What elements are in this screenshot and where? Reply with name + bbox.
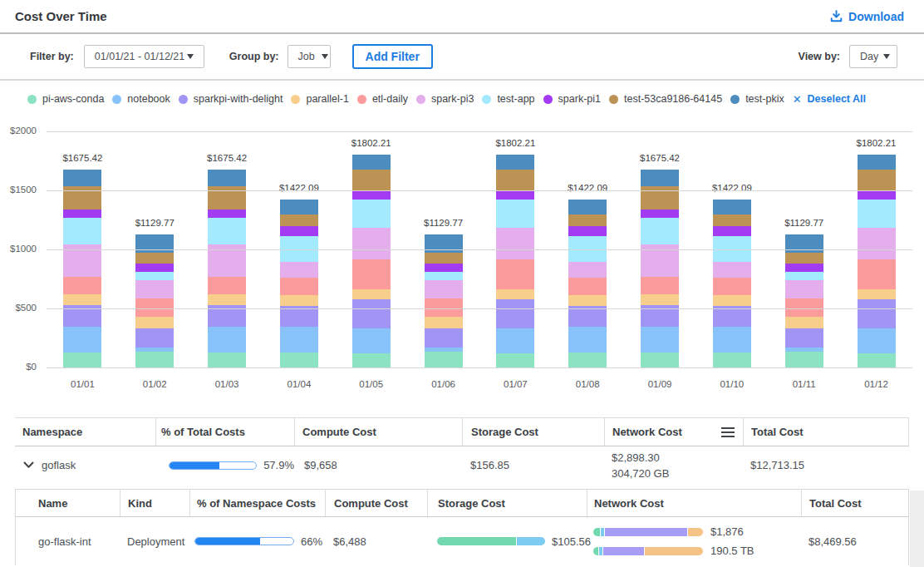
stacked-bar-01/08[interactable] bbox=[568, 200, 607, 367]
stacked-bar-01/06[interactable] bbox=[425, 234, 463, 367]
bar-segment-spark-pi1[interactable] bbox=[280, 226, 318, 236]
bar-segment-spark-pi1[interactable] bbox=[208, 210, 246, 218]
add-filter-button[interactable]: Add Filter bbox=[352, 44, 433, 69]
bar-segment-etl-daily[interactable] bbox=[63, 277, 101, 294]
bar-segment-sparkpi-with-delight[interactable] bbox=[568, 306, 607, 327]
date-range-select[interactable]: 01/01/21 - 01/12/21 bbox=[84, 45, 204, 68]
bar-segment-test-53ca9186-64145[interactable] bbox=[352, 170, 391, 191]
stacked-bar-01/11[interactable] bbox=[785, 234, 823, 367]
bar-segment-etl-daily[interactable] bbox=[208, 277, 246, 294]
stacked-bar-01/03[interactable] bbox=[208, 170, 246, 367]
legend-item-spark-pi3[interactable]: spark-pi3 bbox=[416, 93, 474, 105]
bar-segment-test-pkix[interactable] bbox=[858, 155, 896, 170]
bar-segment-spark-pi1[interactable] bbox=[858, 191, 896, 200]
bar-segment-sparkpi-with-delight[interactable] bbox=[858, 299, 896, 328]
bar-segment-test-pkix[interactable] bbox=[280, 200, 318, 214]
bar-segment-notebook[interactable] bbox=[352, 328, 391, 353]
bar-segment-test-53ca9186-64145[interactable] bbox=[568, 214, 607, 226]
bar-segment-parallel-1[interactable] bbox=[280, 295, 318, 307]
bar-segment-parallel-1[interactable] bbox=[208, 294, 246, 306]
stacked-bar-01/12[interactable] bbox=[858, 155, 896, 367]
legend-item-sparkpi-with-delight[interactable]: sparkpi-with-delight bbox=[179, 93, 283, 105]
bar-segment-test-app[interactable] bbox=[135, 272, 174, 280]
bar-segment-sparkpi-with-delight[interactable] bbox=[135, 328, 174, 347]
stacked-bar-01/02[interactable] bbox=[135, 234, 174, 367]
bar-segment-spark-pi1[interactable] bbox=[352, 191, 391, 200]
bar-segment-pi-aws-conda[interactable] bbox=[496, 353, 534, 367]
view-by-select[interactable]: Day bbox=[849, 45, 897, 68]
bar-segment-pi-aws-conda[interactable] bbox=[713, 353, 751, 367]
stacked-bar-01/09[interactable] bbox=[641, 170, 679, 367]
bar-segment-pi-aws-conda[interactable] bbox=[858, 353, 896, 367]
bar-segment-pi-aws-conda[interactable] bbox=[641, 353, 679, 367]
bar-segment-notebook[interactable] bbox=[496, 328, 534, 353]
legend-item-test-pkix[interactable]: test-pkix bbox=[730, 93, 784, 105]
bar-segment-test-pkix[interactable] bbox=[63, 170, 101, 186]
bar-segment-spark-pi3[interactable] bbox=[280, 262, 318, 278]
stacked-bar-01/01[interactable] bbox=[63, 170, 101, 367]
legend-item-notebook[interactable]: notebook bbox=[112, 93, 170, 105]
legend-item-test-app[interactable]: test-app bbox=[482, 93, 534, 105]
bar-segment-pi-aws-conda[interactable] bbox=[280, 353, 318, 367]
bar-segment-notebook[interactable] bbox=[208, 327, 246, 353]
bar-segment-test-pkix[interactable] bbox=[496, 155, 534, 170]
bar-segment-test-app[interactable] bbox=[641, 218, 679, 244]
legend-item-spark-pi1[interactable]: spark-pi1 bbox=[543, 93, 601, 105]
bar-segment-test-app[interactable] bbox=[785, 272, 823, 280]
legend-item-pi-aws-conda[interactable]: pi-aws-conda bbox=[27, 93, 104, 105]
bar-segment-pi-aws-conda[interactable] bbox=[352, 353, 391, 367]
bar-segment-spark-pi3[interactable] bbox=[785, 280, 823, 299]
bar-segment-notebook[interactable] bbox=[568, 327, 607, 353]
bar-segment-parallel-1[interactable] bbox=[63, 294, 101, 306]
bar-segment-notebook[interactable] bbox=[858, 328, 896, 353]
legend-item-parallel-1[interactable]: parallel-1 bbox=[291, 93, 348, 105]
bar-segment-spark-pi1[interactable] bbox=[135, 264, 174, 273]
bar-segment-test-53ca9186-64145[interactable] bbox=[858, 170, 896, 191]
column-settings-icon[interactable] bbox=[721, 427, 735, 437]
bar-segment-parallel-1[interactable] bbox=[641, 294, 679, 306]
bar-segment-sparkpi-with-delight[interactable] bbox=[496, 299, 534, 328]
bar-segment-test-53ca9186-64145[interactable] bbox=[280, 214, 318, 226]
legend-item-etl-daily[interactable]: etl-daily bbox=[357, 93, 408, 105]
bar-segment-notebook[interactable] bbox=[63, 327, 101, 353]
bar-segment-spark-pi3[interactable] bbox=[568, 262, 607, 278]
bar-segment-spark-pi3[interactable] bbox=[135, 280, 174, 299]
scrollbar-track[interactable] bbox=[910, 491, 924, 567]
bar-segment-notebook[interactable] bbox=[641, 327, 679, 353]
bar-segment-spark-pi3[interactable] bbox=[858, 228, 896, 259]
download-button[interactable]: Download bbox=[830, 10, 904, 23]
bar-segment-test-app[interactable] bbox=[208, 218, 246, 244]
bar-segment-spark-pi1[interactable] bbox=[713, 226, 751, 236]
bar-segment-parallel-1[interactable] bbox=[858, 289, 896, 299]
bar-segment-etl-daily[interactable] bbox=[496, 259, 534, 289]
bar-segment-sparkpi-with-delight[interactable] bbox=[713, 306, 751, 327]
bar-segment-etl-daily[interactable] bbox=[280, 278, 318, 294]
bar-segment-parallel-1[interactable] bbox=[568, 295, 607, 307]
bar-segment-etl-daily[interactable] bbox=[641, 277, 679, 294]
bar-segment-test-pkix[interactable] bbox=[568, 200, 607, 214]
bar-segment-sparkpi-with-delight[interactable] bbox=[425, 328, 463, 347]
bar-segment-notebook[interactable] bbox=[713, 327, 751, 353]
stacked-bar-01/04[interactable] bbox=[280, 200, 318, 367]
bar-segment-sparkpi-with-delight[interactable] bbox=[785, 328, 823, 347]
deselect-all-button[interactable]: ✕ Deselect All bbox=[793, 93, 866, 105]
bar-segment-spark-pi1[interactable] bbox=[568, 226, 607, 236]
bar-segment-pi-aws-conda[interactable] bbox=[135, 352, 174, 367]
bar-segment-parallel-1[interactable] bbox=[785, 317, 823, 328]
bar-segment-sparkpi-with-delight[interactable] bbox=[352, 299, 391, 328]
bar-segment-etl-daily[interactable] bbox=[858, 259, 896, 289]
bar-segment-test-app[interactable] bbox=[858, 200, 896, 227]
bar-segment-test-app[interactable] bbox=[425, 272, 463, 280]
bar-segment-test-pkix[interactable] bbox=[352, 155, 391, 170]
bar-segment-parallel-1[interactable] bbox=[352, 289, 391, 299]
bar-segment-test-53ca9186-64145[interactable] bbox=[785, 253, 823, 263]
group-by-select[interactable]: Job bbox=[288, 45, 331, 68]
bar-segment-test-53ca9186-64145[interactable] bbox=[135, 253, 174, 263]
bar-segment-parallel-1[interactable] bbox=[713, 295, 751, 307]
bar-segment-etl-daily[interactable] bbox=[352, 259, 391, 289]
bar-segment-spark-pi1[interactable] bbox=[641, 210, 679, 218]
stacked-bar-01/05[interactable] bbox=[352, 155, 391, 367]
bar-segment-spark-pi3[interactable] bbox=[713, 262, 751, 278]
bar-segment-parallel-1[interactable] bbox=[425, 317, 463, 328]
bar-segment-spark-pi1[interactable] bbox=[785, 264, 823, 273]
